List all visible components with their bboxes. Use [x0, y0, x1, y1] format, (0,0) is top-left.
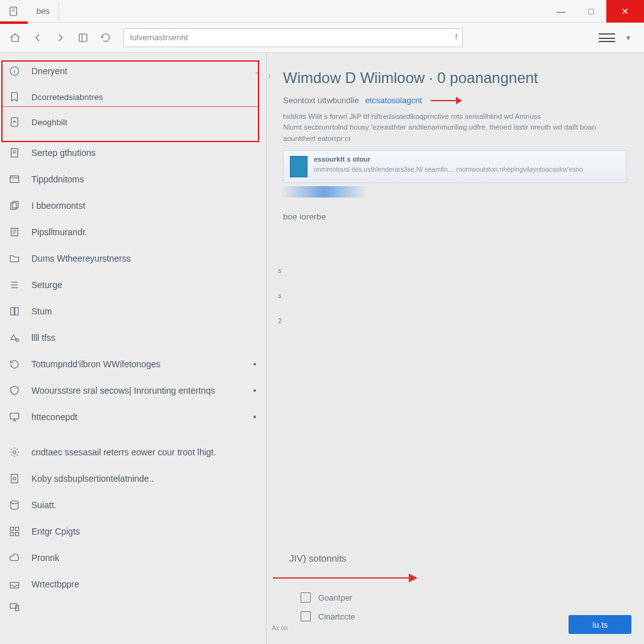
- sidebar-item-13[interactable]: htteconepdt: [0, 404, 266, 430]
- sidebar-item-label: Dcorretedsiabntres: [31, 92, 103, 102]
- svg-point-24: [13, 477, 16, 480]
- sidebar-item-1[interactable]: Dcorretedsiabntres: [0, 84, 266, 109]
- bottom-item-0[interactable]: Goantper: [301, 592, 355, 602]
- window-buttons: — □ ✕: [546, 0, 644, 23]
- annotation-arrow-icon: [431, 100, 457, 101]
- sidebar-item-2[interactable]: Deoghbilt: [0, 109, 266, 135]
- sidebar-item-12[interactable]: Wooursstsre sral secows| Inrorunting ent…: [0, 377, 266, 404]
- book-icon: [8, 304, 21, 318]
- sidebar-item-label: Suiatt.: [31, 500, 57, 510]
- sidebar-item-label: Dneryent: [31, 66, 67, 76]
- svg-rect-19: [10, 413, 19, 419]
- card-thumb-icon: [290, 156, 308, 177]
- card-text: essourktt s otour onmmotousl ités.usthle…: [314, 155, 619, 174]
- shield-icon: [8, 384, 21, 397]
- section-label: boe iorerbe: [283, 212, 626, 221]
- sidebar-item-label: Deoghbilt: [31, 118, 67, 127]
- sidebar-item-label: llll tfss: [31, 333, 55, 343]
- page-icon: [8, 115, 21, 129]
- db-icon: [8, 498, 21, 512]
- bottom-item-1[interactable]: Cinartccte: [301, 611, 355, 621]
- sidebar-item-9[interactable]: Stum: [0, 298, 266, 325]
- svg-rect-12: [11, 203, 16, 210]
- highlight-marker: [280, 186, 368, 197]
- sub-label: Seontoxt uttwbundlie: [283, 96, 359, 105]
- search-hint: f: [455, 33, 457, 42]
- sidebar-item-label: Wooursstsre sral secows| Inrorunting ent…: [31, 386, 215, 396]
- refresh-icon[interactable]: [96, 28, 116, 48]
- primary-button[interactable]: Iu.ts: [569, 615, 631, 634]
- maximize-button[interactable]: □: [576, 0, 606, 23]
- note-icon: [8, 225, 21, 239]
- doc-icon: [8, 146, 21, 160]
- description-text: hiddots Wilit s forwrl JkP ttf hiflredsi…: [283, 111, 626, 144]
- svg-point-25: [11, 501, 18, 504]
- window-icon: [8, 172, 21, 186]
- titlebar: bes — □ ✕: [0, 0, 644, 23]
- page2-icon: [8, 472, 21, 486]
- page-title: Wimdow D Wiimloow · 0 poanangnent: [283, 69, 626, 87]
- panel-icon[interactable]: [73, 28, 93, 48]
- sidebar-item-10[interactable]: llll tfss: [0, 325, 266, 351]
- sidebar-group2-3[interactable]: Entgr Cpigts: [0, 518, 266, 545]
- address-bar[interactable]: lulvernastrsenht f: [123, 28, 463, 47]
- svg-point-18: [16, 339, 19, 342]
- sidebar-item-0[interactable]: Dneryent ⌄: [0, 58, 266, 84]
- svg-rect-28: [10, 533, 13, 536]
- sidebar-group2-2[interactable]: Suiatt.: [0, 492, 266, 518]
- sidebar-group2-4[interactable]: Pronnk: [0, 545, 266, 571]
- subheading-row: Seontoxt uttwbundlie etcsatosolagcnt: [283, 96, 626, 105]
- chevron-down-icon[interactable]: ▾: [626, 33, 630, 42]
- sidebar-group-1: Dneryent ⌄ Dcorretedsiabntres Deoghbilt: [0, 53, 266, 135]
- svg-rect-31: [10, 604, 17, 609]
- close-button[interactable]: ✕: [606, 0, 644, 23]
- content-pane: › Wimdow D Wiimloow · 0 poanangnent Seon…: [267, 53, 644, 644]
- toolbar: lulvernastrsenht f ▾: [0, 23, 644, 53]
- sidebar-group2-1[interactable]: Koby sdsbuplsertiontelatninde..: [0, 465, 266, 492]
- browser-tab[interactable]: bes: [28, 3, 59, 20]
- sidebar-item-label: Tippddnitoms: [31, 174, 84, 184]
- sidebar: Dneryent ⌄ Dcorretedsiabntres Deoghbilt …: [0, 53, 267, 644]
- mini-marker-3: 2: [278, 317, 282, 325]
- sidebar-item-8[interactable]: Seturge: [0, 272, 266, 298]
- svg-rect-23: [11, 474, 18, 483]
- dot-indicator: [253, 416, 256, 418]
- sidebar-group2-0[interactable]: cndtaec ssesasail reterrs eower cour tro…: [0, 439, 266, 465]
- sidebar-item-label: Koby sdsbuplsertiontelatninde..: [31, 474, 154, 484]
- sidebar-item-11[interactable]: Tottumpndd'ilbron WWifetonoges: [0, 351, 266, 377]
- sidebar-item-label: Entgr Cpigts: [31, 526, 80, 536]
- back-icon[interactable]: [28, 28, 48, 48]
- folder-icon: [8, 252, 21, 265]
- primary-button-label: Iu.ts: [592, 620, 608, 630]
- sidebar-item-6[interactable]: Pipslltnurandr.: [0, 219, 266, 245]
- sidebar-item-label: Wrtectbppre: [31, 579, 79, 589]
- desc-line-1: hiddots Wilit s forwrl JkP ttf hiflredsi…: [283, 111, 626, 122]
- forward-icon[interactable]: [50, 28, 70, 48]
- svg-rect-1: [79, 34, 87, 42]
- desc-line-2: Nlumt secbronrtolnd housy 'ezeasthter an…: [283, 122, 626, 144]
- list-icon: [8, 278, 21, 292]
- home-icon[interactable]: [5, 28, 25, 48]
- tab-label: bes: [36, 6, 50, 16]
- svg-rect-0: [10, 7, 17, 16]
- sidebar-item-label: htteconepdt: [31, 412, 77, 422]
- sidebar-group2-5[interactable]: Wrtectbppre: [0, 571, 266, 597]
- svg-rect-10: [10, 176, 19, 183]
- sidebar-item-3[interactable]: Sertep gthutions: [0, 140, 266, 166]
- minimize-button[interactable]: —: [546, 0, 576, 23]
- sidebar-item-7[interactable]: Dums Wtheereyurstnerss: [0, 245, 266, 272]
- main: Dneryent ⌄ Dcorretedsiabntres Deoghbilt …: [0, 53, 644, 644]
- sidebar-item-label: Seturge: [31, 280, 62, 290]
- sidebar-extra[interactable]: [0, 597, 266, 616]
- annotation-arrow-long-icon: [273, 577, 411, 579]
- address-text: lulvernastrsenht: [130, 33, 188, 42]
- info-card[interactable]: essourktt s otour onmmotousl ités.usthle…: [283, 150, 626, 183]
- menu-icon[interactable]: [599, 33, 615, 42]
- gear-icon: [8, 445, 21, 459]
- tray-icon: [8, 577, 21, 591]
- shape-icon: [8, 331, 21, 345]
- sidebar-item-5[interactable]: I bbeormontst: [0, 192, 266, 219]
- sidebar-item-4[interactable]: Tippddnitoms: [0, 166, 266, 192]
- svg-point-22: [13, 451, 16, 454]
- sub-link[interactable]: etcsatosolagcnt: [365, 96, 422, 105]
